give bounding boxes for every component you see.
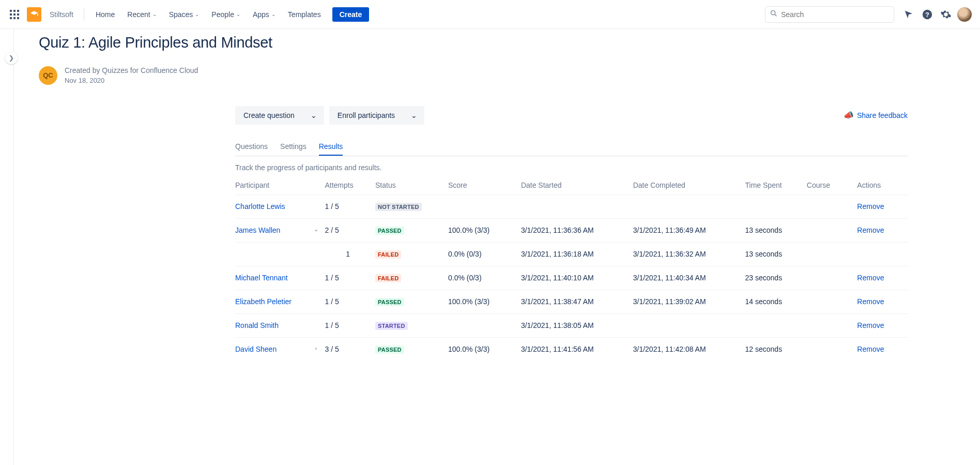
th-time-spent: Time Spent	[745, 176, 807, 195]
search-icon	[770, 9, 778, 19]
status-badge: PASSED	[375, 227, 404, 235]
ts-cell: 23 seconds	[745, 266, 807, 290]
table-row: James Wallen⌄2 / 5PASSED100.0% (3/3)3/1/…	[235, 218, 908, 242]
remove-button[interactable]: Remove	[857, 274, 884, 282]
th-date-completed: Date Completed	[633, 176, 745, 195]
remove-button[interactable]: Remove	[857, 297, 884, 306]
create-question-dropdown[interactable]: ⌄	[303, 106, 324, 125]
dc-cell: 3/1/2021, 11:39:02 AM	[633, 290, 745, 313]
quiz-admin: Create question ⌄ Enroll participants ⌄ …	[235, 106, 908, 361]
enroll-participants-button[interactable]: Enroll participants	[329, 106, 403, 125]
ts-cell	[745, 194, 807, 218]
ts-cell: 13 seconds	[745, 218, 807, 242]
participant-link[interactable]: Elizabeth Peletier	[235, 297, 292, 306]
settings-icon[interactable]	[938, 6, 954, 23]
course-cell	[807, 242, 858, 266]
page-title: Quiz 1: Agile Principles and Mindset	[39, 34, 959, 51]
remove-button[interactable]: Remove	[857, 345, 884, 353]
search-input[interactable]	[781, 10, 890, 19]
attempts-cell: 1 / 5	[325, 266, 375, 290]
app-switcher-icon[interactable]	[6, 6, 23, 23]
course-cell	[807, 194, 858, 218]
ts-cell: 12 seconds	[745, 337, 807, 361]
nav-link-spaces[interactable]: Spaces⌄	[164, 7, 205, 22]
attempts-cell: 2 / 5	[325, 218, 375, 242]
table-header-row: Participant Attempts Status Score Date S…	[235, 176, 908, 195]
dc-cell: 3/1/2021, 11:40:34 AM	[633, 266, 745, 290]
status-badge: PASSED	[375, 298, 404, 306]
svg-line-10	[775, 14, 776, 16]
attempts-cell: 3 / 5	[325, 337, 375, 361]
chevron-down-icon: ⌄	[152, 11, 157, 17]
nav-link-apps[interactable]: Apps⌄	[248, 7, 281, 22]
chevron-down-icon: ⌄	[236, 11, 240, 17]
dc-cell: 3/1/2021, 11:36:32 AM	[633, 242, 745, 266]
course-cell	[807, 337, 858, 361]
enroll-dropdown[interactable]: ⌄	[403, 106, 424, 125]
participant-link[interactable]: Charlotte Lewis	[235, 202, 285, 211]
profile-avatar[interactable]	[956, 6, 973, 23]
svg-text:?: ?	[925, 10, 929, 18]
tab-settings[interactable]: Settings	[280, 142, 307, 156]
author-avatar[interactable]: QC	[39, 66, 57, 85]
create-question-group: Create question ⌄	[235, 106, 324, 125]
table-row: David Sheen›3 / 5PASSED100.0% (3/3)3/1/2…	[235, 337, 908, 361]
chevron-right-icon[interactable]: ›	[311, 345, 320, 351]
status-badge: NOT STARTED	[375, 203, 422, 211]
svg-rect-4	[13, 13, 16, 16]
create-button[interactable]: Create	[332, 7, 370, 22]
notifications-icon[interactable]	[900, 6, 917, 23]
score-cell	[448, 313, 521, 337]
svg-point-9	[771, 11, 775, 15]
page-content: Quiz 1: Agile Principles and Mindset QC …	[39, 29, 959, 361]
remove-button[interactable]: Remove	[857, 202, 884, 211]
tab-results[interactable]: Results	[319, 142, 343, 156]
chevron-down-icon: ⌄	[311, 111, 317, 119]
expand-sidebar-button[interactable]: ❯	[5, 52, 18, 64]
chevron-down-icon: ⌄	[271, 11, 275, 17]
app-logo[interactable]	[27, 7, 41, 22]
score-cell: 100.0% (3/3)	[448, 337, 521, 361]
share-feedback-label: Share feedback	[857, 111, 908, 119]
th-status: Status	[375, 176, 448, 195]
tab-questions[interactable]: Questions	[235, 142, 268, 156]
byline: QC Created by Quizzes for Confluence Clo…	[39, 66, 959, 85]
space-name[interactable]: Stiltsoft	[50, 10, 73, 19]
help-icon[interactable]: ?	[919, 6, 936, 23]
attempts-cell: 1 / 5	[325, 194, 375, 218]
created-by: Created by Quizzes for Confluence Cloud	[65, 66, 198, 76]
enroll-group: Enroll participants ⌄	[329, 106, 424, 125]
nav-link-recent[interactable]: Recent⌄	[122, 7, 161, 22]
create-question-button[interactable]: Create question	[235, 106, 303, 125]
nav-link-people[interactable]: People⌄	[206, 7, 246, 22]
search-box[interactable]	[765, 6, 894, 23]
participant-link[interactable]: Ronald Smith	[235, 321, 279, 329]
remove-button[interactable]: Remove	[857, 321, 884, 329]
attempts-cell: 1	[325, 242, 375, 266]
chevron-down-icon: ⌄	[411, 111, 417, 119]
attempts-cell: 1 / 5	[325, 313, 375, 337]
svg-rect-1	[13, 10, 16, 12]
nav-link-templates[interactable]: Templates	[283, 7, 326, 22]
course-cell	[807, 218, 858, 242]
ts-cell: 14 seconds	[745, 290, 807, 313]
dc-cell: 3/1/2021, 11:42:08 AM	[633, 337, 745, 361]
share-feedback-link[interactable]: 📣 Share feedback	[844, 110, 908, 120]
ds-cell: 3/1/2021, 11:36:18 AM	[521, 242, 633, 266]
nav-link-home[interactable]: Home	[90, 7, 120, 22]
divider	[84, 8, 84, 21]
participant-link[interactable]: Michael Tennant	[235, 274, 288, 282]
dc-cell: 3/1/2021, 11:36:49 AM	[633, 218, 745, 242]
svg-rect-5	[17, 13, 19, 16]
table-row: Elizabeth Peletier1 / 5PASSED100.0% (3/3…	[235, 290, 908, 313]
table-subrow: 1FAILED0.0% (0/3)3/1/2021, 11:36:18 AM3/…	[235, 242, 908, 266]
table-row: Ronald Smith1 / 5STARTED3/1/2021, 11:38:…	[235, 313, 908, 337]
course-cell	[807, 266, 858, 290]
remove-button[interactable]: Remove	[857, 226, 884, 234]
ds-cell: 3/1/2021, 11:40:10 AM	[521, 266, 633, 290]
participant-link[interactable]: David Sheen	[235, 345, 277, 353]
participant-link[interactable]: James Wallen	[235, 226, 280, 234]
chevron-down-icon[interactable]: ⌄	[311, 226, 320, 233]
svg-rect-0	[10, 10, 12, 12]
status-badge: FAILED	[375, 274, 401, 282]
